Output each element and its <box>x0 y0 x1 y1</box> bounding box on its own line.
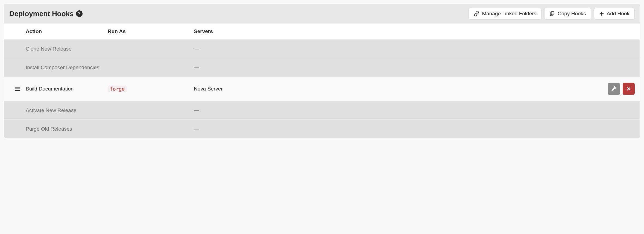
delete-hook-button[interactable] <box>623 83 635 95</box>
button-label: Add Hook <box>607 11 630 17</box>
copy-hooks-button[interactable]: Copy Hooks <box>544 8 591 20</box>
cell-servers: — <box>194 64 586 71</box>
cell-run-as: forge <box>108 86 194 92</box>
table-row: Activate New Release — <box>4 101 640 119</box>
button-label: Copy Hooks <box>558 11 586 17</box>
manage-linked-folders-button[interactable]: Manage Linked Folders <box>469 8 541 20</box>
table-row: Build Documentation forge Nova Server <box>4 77 640 101</box>
cell-action: Build Documentation <box>26 86 108 92</box>
button-label: Manage Linked Folders <box>482 11 536 17</box>
table-header-row: Action Run As Servers <box>4 24 640 39</box>
cell-servers: — <box>194 126 586 132</box>
drag-icon <box>15 86 20 91</box>
title-wrap: Deployment Hooks ? <box>9 10 83 18</box>
hooks-table: Action Run As Servers Clone New Release … <box>4 24 640 138</box>
panel-header: Deployment Hooks ? Manage Linked Folders… <box>4 4 640 24</box>
plus-icon <box>599 11 604 16</box>
cell-action: Activate New Release <box>26 107 108 113</box>
column-header-action: Action <box>26 28 108 34</box>
column-header-run-as: Run As <box>108 28 194 34</box>
cell-action: Purge Old Releases <box>26 126 108 132</box>
table-row: Purge Old Releases — <box>4 119 640 138</box>
edit-hook-button[interactable] <box>608 83 620 95</box>
link-icon <box>474 11 479 16</box>
cell-servers: — <box>194 107 586 113</box>
close-icon <box>627 87 631 91</box>
cell-action: Install Composer Dependencies <box>26 65 108 71</box>
panel-title: Deployment Hooks <box>9 10 74 18</box>
run-as-tag: forge <box>108 86 127 92</box>
clipboard-icon <box>549 11 555 16</box>
svg-rect-0 <box>551 12 554 15</box>
table-row: Install Composer Dependencies — <box>4 58 640 77</box>
wrench-icon <box>611 86 617 92</box>
help-icon[interactable]: ? <box>76 10 83 17</box>
cell-servers: — <box>194 46 586 52</box>
table-row: Clone New Release — <box>4 39 640 58</box>
header-actions: Manage Linked Folders Copy Hooks Add Hoo… <box>469 8 635 20</box>
deployment-hooks-panel: Deployment Hooks ? Manage Linked Folders… <box>4 4 640 138</box>
column-header-servers: Servers <box>194 28 586 34</box>
cell-servers: Nova Server <box>194 86 586 92</box>
cell-action: Clone New Release <box>26 46 108 52</box>
row-actions <box>586 83 640 95</box>
drag-handle[interactable] <box>4 86 26 91</box>
add-hook-button[interactable]: Add Hook <box>594 8 635 20</box>
